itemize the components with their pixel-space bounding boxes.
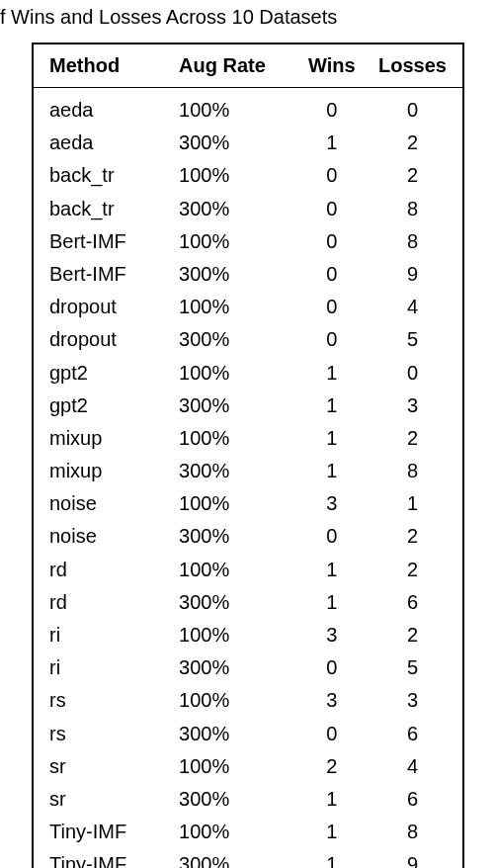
cell-aug-rate: 100% — [171, 618, 293, 651]
cell-aug-rate: 300% — [171, 717, 293, 749]
cell-wins: 1 — [293, 553, 371, 585]
cell-wins: 0 — [293, 257, 371, 290]
cell-aug-rate: 300% — [171, 389, 293, 421]
cell-method: back_tr — [33, 192, 171, 224]
cell-method: Bert-IMF — [33, 224, 171, 257]
table-row: Bert-IMF300%09 — [33, 257, 463, 290]
cell-method: dropout — [33, 323, 171, 356]
cell-losses: 3 — [371, 389, 463, 421]
cell-aug-rate: 100% — [171, 224, 293, 257]
cell-wins: 2 — [293, 749, 371, 782]
cell-wins: 0 — [293, 323, 371, 356]
cell-losses: 4 — [371, 749, 463, 782]
table-row: Tiny-IMF300%19 — [33, 848, 463, 868]
table-row: noise100%31 — [33, 487, 463, 520]
cell-wins: 1 — [293, 389, 371, 421]
cell-losses: 2 — [371, 553, 463, 585]
cell-aug-rate: 300% — [171, 127, 293, 159]
cell-wins: 1 — [293, 454, 371, 486]
cell-losses: 2 — [371, 159, 463, 192]
cell-method: rs — [33, 684, 171, 717]
cell-aug-rate: 100% — [171, 159, 293, 192]
cell-wins: 3 — [293, 487, 371, 520]
table-row: noise300%02 — [33, 520, 463, 553]
table-row: aeda100%00 — [33, 88, 463, 127]
cell-wins: 0 — [293, 192, 371, 224]
cell-losses: 8 — [371, 224, 463, 257]
cell-wins: 0 — [293, 291, 371, 323]
cell-method: noise — [33, 487, 171, 520]
cell-wins: 1 — [293, 356, 371, 389]
cell-wins: 0 — [293, 159, 371, 192]
cell-aug-rate: 100% — [171, 356, 293, 389]
cell-method: ri — [33, 618, 171, 651]
header-wins: Wins — [293, 43, 371, 88]
table-body: aeda100%00aeda300%12back_tr100%02back_tr… — [33, 88, 463, 869]
cell-aug-rate: 100% — [171, 291, 293, 323]
cell-method: Tiny-IMF — [33, 816, 171, 848]
cell-wins: 0 — [293, 717, 371, 749]
header-losses: Losses — [371, 43, 463, 88]
cell-losses: 5 — [371, 323, 463, 356]
cell-method: back_tr — [33, 159, 171, 192]
cell-aug-rate: 300% — [171, 520, 293, 553]
cell-losses: 6 — [371, 585, 463, 618]
cell-aug-rate: 100% — [171, 816, 293, 848]
cell-aug-rate: 300% — [171, 651, 293, 684]
table-row: Bert-IMF100%08 — [33, 224, 463, 257]
cell-method: aeda — [33, 88, 171, 127]
cell-wins: 0 — [293, 88, 371, 127]
cell-losses: 9 — [371, 257, 463, 290]
cell-losses: 8 — [371, 192, 463, 224]
cell-aug-rate: 300% — [171, 782, 293, 815]
table-row: sr300%16 — [33, 782, 463, 815]
table-row: sr100%24 — [33, 749, 463, 782]
header-method: Method — [33, 43, 171, 88]
cell-method: sr — [33, 749, 171, 782]
table-row: back_tr100%02 — [33, 159, 463, 192]
table-row: rd300%16 — [33, 585, 463, 618]
results-table: Method Aug Rate Wins Losses aeda100%00ae… — [32, 43, 464, 868]
cell-aug-rate: 300% — [171, 585, 293, 618]
table-row: back_tr300%08 — [33, 192, 463, 224]
header-aug-rate: Aug Rate — [171, 43, 293, 88]
cell-method: sr — [33, 782, 171, 815]
cell-wins: 1 — [293, 421, 371, 454]
cell-aug-rate: 100% — [171, 749, 293, 782]
table-row: dropout300%05 — [33, 323, 463, 356]
cell-method: mixup — [33, 454, 171, 486]
cell-method: rs — [33, 717, 171, 749]
cell-wins: 1 — [293, 782, 371, 815]
cell-losses: 0 — [371, 356, 463, 389]
table-row: rs100%33 — [33, 684, 463, 717]
table-row: dropout100%04 — [33, 291, 463, 323]
cell-aug-rate: 100% — [171, 684, 293, 717]
cell-method: gpt2 — [33, 389, 171, 421]
table-wrap: Method Aug Rate Wins Losses aeda100%00ae… — [32, 43, 464, 868]
cell-wins: 3 — [293, 618, 371, 651]
cell-aug-rate: 100% — [171, 553, 293, 585]
table-row: gpt2300%13 — [33, 389, 463, 421]
cell-method: Tiny-IMF — [33, 848, 171, 868]
cell-losses: 0 — [371, 88, 463, 127]
cell-method: noise — [33, 520, 171, 553]
cell-wins: 1 — [293, 585, 371, 618]
cell-aug-rate: 100% — [171, 88, 293, 127]
cell-wins: 0 — [293, 520, 371, 553]
table-row: rs300%06 — [33, 717, 463, 749]
cell-aug-rate: 300% — [171, 454, 293, 486]
cell-losses: 2 — [371, 618, 463, 651]
table-row: ri100%32 — [33, 618, 463, 651]
cell-losses: 3 — [371, 684, 463, 717]
table-row: ri300%05 — [33, 651, 463, 684]
cell-method: gpt2 — [33, 356, 171, 389]
table-head: Method Aug Rate Wins Losses — [33, 43, 463, 88]
table-row: aeda300%12 — [33, 127, 463, 159]
table-row: gpt2100%10 — [33, 356, 463, 389]
cell-losses: 4 — [371, 291, 463, 323]
cell-losses: 1 — [371, 487, 463, 520]
cell-aug-rate: 100% — [171, 421, 293, 454]
cell-losses: 8 — [371, 454, 463, 486]
cell-losses: 2 — [371, 421, 463, 454]
cell-wins: 0 — [293, 651, 371, 684]
